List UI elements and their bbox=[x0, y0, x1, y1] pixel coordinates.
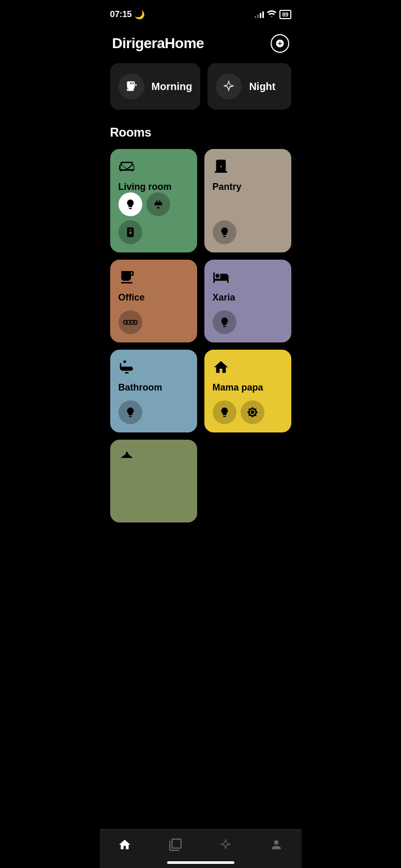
status-time: 07:15 bbox=[110, 9, 132, 20]
morning-scene-label: Morning bbox=[152, 81, 192, 93]
door-icon bbox=[213, 158, 283, 177]
office-strip-button[interactable] bbox=[118, 310, 142, 334]
moon-icon: 🌙 bbox=[135, 10, 145, 20]
office-devices bbox=[118, 310, 189, 334]
living-room-name: Living room bbox=[118, 182, 189, 192]
coffee-icon bbox=[125, 80, 138, 93]
room-card-living-room[interactable]: Living room bbox=[110, 149, 197, 252]
bath-icon bbox=[118, 359, 189, 378]
living-room-plug-button[interactable] bbox=[146, 192, 170, 216]
pantry-name: Pantry bbox=[213, 182, 283, 192]
living-room-devices bbox=[118, 192, 189, 244]
svg-rect-2 bbox=[129, 321, 131, 323]
mama-papa-name: Mama papa bbox=[213, 383, 283, 393]
pantry-light-button[interactable] bbox=[213, 220, 236, 244]
room-card-mama-papa[interactable]: Mama papa bbox=[204, 350, 291, 432]
mama-papa-strip-button[interactable] bbox=[241, 400, 264, 424]
signal-icon bbox=[255, 11, 264, 18]
sparkle-icon bbox=[222, 80, 235, 93]
night-scene-label: Night bbox=[249, 81, 275, 93]
empty-grid-cell bbox=[204, 440, 291, 486]
desk-icon bbox=[118, 269, 189, 288]
pantry-devices bbox=[213, 220, 283, 244]
add-button[interactable] bbox=[271, 34, 289, 53]
svg-rect-3 bbox=[133, 321, 135, 323]
svg-rect-1 bbox=[126, 321, 128, 323]
status-bar: 07:15 🌙 89 bbox=[100, 0, 302, 26]
bathroom-devices bbox=[118, 400, 189, 424]
night-icon-wrap bbox=[216, 73, 242, 99]
rooms-section: Rooms Living room bbox=[100, 125, 302, 574]
battery-icon: 89 bbox=[279, 10, 291, 19]
xaria-name: Xaria bbox=[213, 293, 283, 303]
header: DirigeraHome bbox=[100, 26, 302, 63]
living-room-speaker-button[interactable] bbox=[118, 220, 142, 244]
house-icon bbox=[213, 359, 283, 378]
bathroom-light-button[interactable] bbox=[118, 400, 142, 424]
bathroom-name: Bathroom bbox=[118, 383, 189, 393]
xaria-light-button[interactable] bbox=[213, 310, 236, 334]
office-name: Office bbox=[118, 293, 189, 303]
status-icons: 89 bbox=[255, 10, 291, 19]
room-card-xaria[interactable]: Xaria bbox=[204, 260, 291, 342]
room-card-bathroom[interactable]: Bathroom bbox=[110, 350, 197, 432]
room-card-pantry[interactable]: Pantry bbox=[204, 149, 291, 252]
morning-icon-wrap bbox=[118, 73, 144, 99]
room-card-office[interactable]: Office bbox=[110, 260, 197, 342]
morning-scene-button[interactable]: Morning bbox=[110, 63, 201, 110]
xaria-devices bbox=[213, 310, 283, 334]
living-room-light-button[interactable] bbox=[118, 192, 142, 216]
app-title: DirigeraHome bbox=[112, 35, 204, 52]
mama-papa-devices bbox=[213, 400, 283, 424]
mama-papa-light-button[interactable] bbox=[213, 400, 236, 424]
room-card-wardrobe[interactable] bbox=[110, 440, 197, 522]
hanger-icon bbox=[118, 449, 189, 468]
rooms-grid: Living room bbox=[110, 149, 291, 432]
wifi-icon bbox=[267, 10, 276, 19]
rooms-title: Rooms bbox=[110, 125, 291, 140]
sofa-icon bbox=[118, 158, 189, 177]
scenes-row: Morning Night bbox=[100, 63, 302, 125]
bed-icon bbox=[213, 269, 283, 288]
night-scene-button[interactable]: Night bbox=[207, 63, 291, 110]
